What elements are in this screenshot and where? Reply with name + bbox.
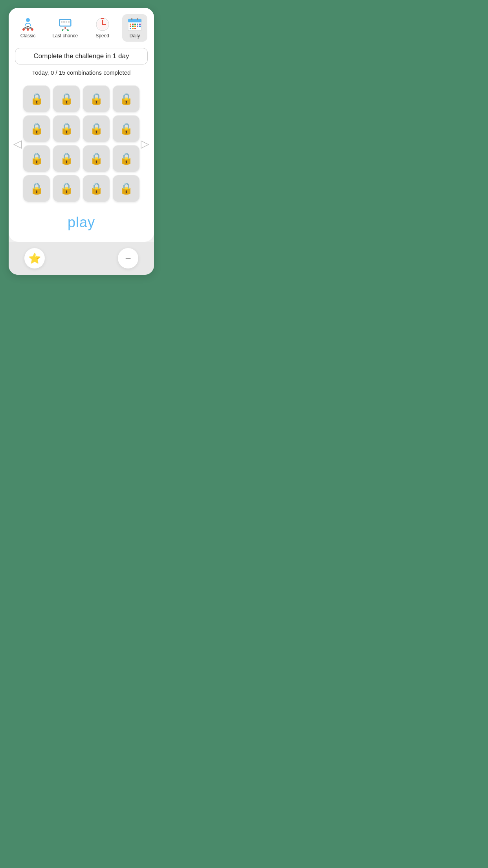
lock-cell[interactable]: 🔒: [53, 85, 80, 112]
svg-line-21: [62, 29, 65, 29]
tab-classic[interactable]: Classic: [15, 14, 40, 42]
tab-lastchance[interactable]: Last chance: [48, 14, 83, 42]
progress-text: Today, 0 / 15 combinations completed: [9, 69, 154, 76]
lock-cell[interactable]: 🔒: [113, 85, 139, 112]
grid-container: ◁ 🔒 🔒 🔒 🔒 🔒 🔒 🔒 🔒 🔒 🔒 🔒 🔒 🔒 🔒 🔒 🔒: [9, 79, 154, 208]
lock-cell[interactable]: 🔒: [83, 175, 110, 202]
minus-button[interactable]: −: [118, 248, 138, 268]
svg-point-3: [31, 28, 33, 31]
svg-rect-12: [66, 21, 67, 22]
svg-rect-34: [132, 24, 134, 25]
tab-speed[interactable]: Speed: [90, 14, 115, 42]
challenge-banner: Complete the challenge in 1 day: [15, 48, 148, 64]
lastchance-icon: [57, 17, 73, 31]
svg-rect-43: [130, 28, 131, 29]
tab-speed-label: Speed: [95, 33, 109, 39]
svg-point-18: [64, 27, 66, 29]
svg-line-6: [28, 26, 32, 28]
svg-rect-16: [66, 22, 67, 23]
lock-cell[interactable]: 🔒: [113, 175, 139, 202]
svg-point-0: [26, 18, 30, 22]
lock-cell[interactable]: 🔒: [23, 145, 50, 172]
svg-rect-31: [131, 18, 132, 20]
svg-rect-17: [68, 22, 70, 23]
lock-cell[interactable]: 🔒: [113, 115, 139, 142]
tab-classic-label: Classic: [20, 33, 36, 39]
svg-rect-14: [61, 22, 62, 23]
svg-rect-42: [139, 26, 141, 27]
svg-point-1: [22, 28, 25, 31]
svg-rect-39: [132, 26, 134, 27]
svg-rect-45: [134, 28, 136, 29]
svg-rect-33: [130, 24, 131, 25]
svg-line-4: [24, 26, 28, 28]
tab-bar: Classic: [9, 8, 154, 45]
classic-icon: [20, 17, 36, 31]
svg-point-27: [102, 24, 103, 25]
svg-rect-40: [134, 26, 136, 27]
svg-rect-35: [134, 24, 136, 25]
lock-cell[interactable]: 🔒: [23, 85, 50, 112]
svg-rect-28: [101, 18, 104, 19]
card-inner: Classic: [9, 8, 154, 242]
main-card: Classic: [9, 8, 154, 275]
lock-cell[interactable]: 🔒: [23, 115, 50, 142]
svg-rect-36: [137, 24, 138, 25]
svg-rect-11: [63, 21, 65, 22]
tab-daily-label: Daily: [129, 33, 140, 39]
tab-lastchance-label: Last chance: [52, 33, 78, 39]
lock-cell[interactable]: 🔒: [53, 175, 80, 202]
lock-cell[interactable]: 🔒: [83, 115, 110, 142]
nav-arrow-right[interactable]: ▷: [138, 134, 152, 153]
lock-cell[interactable]: 🔒: [23, 175, 50, 202]
svg-rect-41: [137, 26, 138, 27]
svg-line-22: [65, 29, 68, 29]
svg-rect-38: [130, 26, 131, 27]
lock-cell[interactable]: 🔒: [83, 85, 110, 112]
svg-point-20: [67, 29, 69, 31]
svg-point-2: [27, 28, 29, 31]
speed-icon: [95, 17, 110, 31]
lock-grid: 🔒 🔒 🔒 🔒 🔒 🔒 🔒 🔒 🔒 🔒 🔒 🔒 🔒 🔒 🔒 🔒: [15, 82, 147, 205]
minus-icon: −: [125, 252, 131, 265]
play-button[interactable]: play: [9, 214, 154, 231]
svg-rect-30: [128, 19, 141, 22]
svg-rect-37: [139, 24, 141, 25]
play-button-label: play: [68, 214, 95, 230]
bottom-bar: ⭐ −: [9, 242, 154, 275]
challenge-text: Complete the challenge in 1 day: [34, 52, 129, 60]
star-icon: ⭐: [28, 252, 41, 265]
tab-daily[interactable]: Daily: [122, 14, 147, 42]
svg-rect-15: [63, 22, 65, 23]
lock-cell[interactable]: 🔒: [83, 145, 110, 172]
svg-point-19: [62, 29, 63, 31]
svg-rect-44: [132, 28, 134, 29]
svg-rect-13: [68, 21, 70, 22]
nav-arrow-left[interactable]: ◁: [10, 134, 25, 153]
lock-cell[interactable]: 🔒: [53, 145, 80, 172]
lock-cell[interactable]: 🔒: [113, 145, 139, 172]
daily-icon: [127, 17, 143, 31]
svg-rect-32: [137, 18, 138, 20]
svg-rect-10: [61, 21, 62, 22]
star-button[interactable]: ⭐: [24, 248, 45, 268]
lock-cell[interactable]: 🔒: [53, 115, 80, 142]
